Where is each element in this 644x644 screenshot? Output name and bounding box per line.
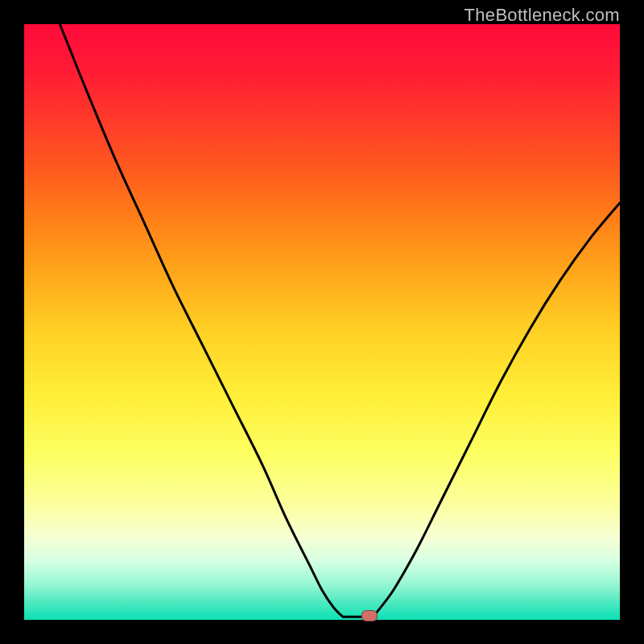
optimal-point-marker <box>361 610 378 621</box>
attribution-text: TheBottleneck.com <box>464 5 620 26</box>
bottleneck-curve <box>24 24 620 620</box>
plot-area <box>24 24 620 620</box>
chart-frame: TheBottleneck.com <box>0 0 644 644</box>
curve-path <box>60 24 620 617</box>
